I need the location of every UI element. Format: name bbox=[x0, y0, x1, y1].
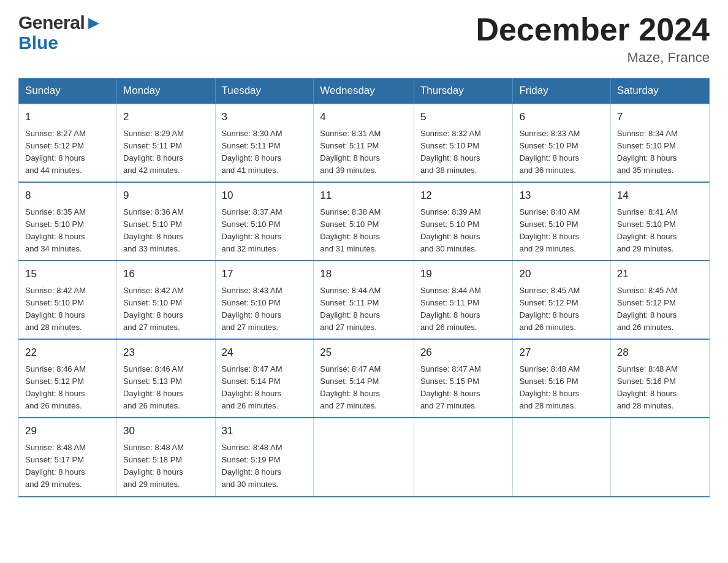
day-info: Sunrise: 8:31 AMSunset: 5:11 PMDaylight:… bbox=[320, 129, 381, 175]
day-number: 27 bbox=[519, 345, 604, 361]
day-number: 29 bbox=[25, 423, 110, 439]
day-info: Sunrise: 8:48 AMSunset: 5:16 PMDaylight:… bbox=[519, 364, 580, 410]
day-info: Sunrise: 8:29 AMSunset: 5:11 PMDaylight:… bbox=[123, 129, 184, 175]
day-number: 10 bbox=[222, 188, 308, 204]
calendar-cell: 18Sunrise: 8:44 AMSunset: 5:11 PMDayligh… bbox=[314, 261, 414, 339]
day-info: Sunrise: 8:41 AMSunset: 5:10 PMDaylight:… bbox=[617, 207, 678, 253]
day-number: 9 bbox=[123, 188, 208, 204]
logo: General► Blue bbox=[18, 12, 102, 53]
day-number: 13 bbox=[519, 188, 604, 204]
col-tuesday: Tuesday bbox=[215, 79, 314, 104]
day-number: 20 bbox=[519, 266, 604, 282]
calendar-cell: 14Sunrise: 8:41 AMSunset: 5:10 PMDayligh… bbox=[610, 182, 709, 261]
day-number: 17 bbox=[222, 266, 308, 282]
col-sunday: Sunday bbox=[19, 79, 117, 104]
logo-blue-text: Blue bbox=[18, 33, 58, 53]
calendar-cell: 31Sunrise: 8:48 AMSunset: 5:19 PMDayligh… bbox=[215, 418, 314, 496]
calendar-cell bbox=[314, 418, 414, 496]
day-number: 5 bbox=[420, 109, 507, 125]
day-number: 4 bbox=[320, 109, 408, 125]
calendar-cell: 2Sunrise: 8:29 AMSunset: 5:11 PMDaylight… bbox=[117, 104, 215, 182]
day-info: Sunrise: 8:48 AMSunset: 5:18 PMDaylight:… bbox=[123, 443, 184, 489]
day-info: Sunrise: 8:27 AMSunset: 5:12 PMDaylight:… bbox=[25, 129, 86, 175]
day-info: Sunrise: 8:37 AMSunset: 5:10 PMDaylight:… bbox=[222, 207, 282, 253]
day-number: 3 bbox=[222, 109, 308, 125]
day-number: 11 bbox=[320, 188, 408, 204]
calendar-cell: 16Sunrise: 8:42 AMSunset: 5:10 PMDayligh… bbox=[117, 261, 215, 339]
day-info: Sunrise: 8:42 AMSunset: 5:10 PMDaylight:… bbox=[25, 286, 86, 332]
day-info: Sunrise: 8:44 AMSunset: 5:11 PMDaylight:… bbox=[420, 286, 481, 332]
day-info: Sunrise: 8:39 AMSunset: 5:10 PMDaylight:… bbox=[420, 207, 481, 253]
day-number: 21 bbox=[617, 266, 703, 282]
day-info: Sunrise: 8:35 AMSunset: 5:10 PMDaylight:… bbox=[25, 207, 86, 253]
day-info: Sunrise: 8:43 AMSunset: 5:10 PMDaylight:… bbox=[222, 286, 282, 332]
day-number: 24 bbox=[222, 345, 308, 361]
col-wednesday: Wednesday bbox=[314, 79, 414, 104]
calendar-cell: 6Sunrise: 8:33 AMSunset: 5:10 PMDaylight… bbox=[513, 104, 610, 182]
day-info: Sunrise: 8:32 AMSunset: 5:10 PMDaylight:… bbox=[420, 129, 481, 175]
calendar-week-2: 8Sunrise: 8:35 AMSunset: 5:10 PMDaylight… bbox=[19, 182, 710, 261]
day-info: Sunrise: 8:46 AMSunset: 5:12 PMDaylight:… bbox=[25, 364, 86, 410]
calendar-week-4: 22Sunrise: 8:46 AMSunset: 5:12 PMDayligh… bbox=[19, 339, 710, 418]
day-number: 18 bbox=[320, 266, 408, 282]
day-info: Sunrise: 8:42 AMSunset: 5:10 PMDaylight:… bbox=[123, 286, 184, 332]
calendar-cell: 7Sunrise: 8:34 AMSunset: 5:10 PMDaylight… bbox=[610, 104, 709, 182]
day-number: 26 bbox=[420, 345, 507, 361]
day-number: 2 bbox=[123, 109, 208, 125]
day-number: 1 bbox=[25, 109, 110, 125]
main-title: December 2024 bbox=[476, 12, 710, 47]
calendar-cell: 22Sunrise: 8:46 AMSunset: 5:12 PMDayligh… bbox=[19, 339, 117, 418]
calendar-cell: 13Sunrise: 8:40 AMSunset: 5:10 PMDayligh… bbox=[513, 182, 610, 261]
calendar-cell: 3Sunrise: 8:30 AMSunset: 5:11 PMDaylight… bbox=[215, 104, 314, 182]
calendar-cell: 23Sunrise: 8:46 AMSunset: 5:13 PMDayligh… bbox=[117, 339, 215, 418]
calendar-cell: 1Sunrise: 8:27 AMSunset: 5:12 PMDaylight… bbox=[19, 104, 117, 182]
day-number: 14 bbox=[617, 188, 703, 204]
day-number: 23 bbox=[123, 345, 208, 361]
day-number: 22 bbox=[25, 345, 110, 361]
calendar-cell: 21Sunrise: 8:45 AMSunset: 5:12 PMDayligh… bbox=[610, 261, 709, 339]
logo-line1: General► bbox=[18, 12, 102, 33]
calendar-cell: 11Sunrise: 8:38 AMSunset: 5:10 PMDayligh… bbox=[314, 182, 414, 261]
col-monday: Monday bbox=[117, 79, 215, 104]
calendar-cell bbox=[610, 418, 709, 496]
calendar-cell: 15Sunrise: 8:42 AMSunset: 5:10 PMDayligh… bbox=[19, 261, 117, 339]
col-thursday: Thursday bbox=[414, 79, 513, 104]
calendar-cell: 25Sunrise: 8:47 AMSunset: 5:14 PMDayligh… bbox=[314, 339, 414, 418]
day-number: 6 bbox=[519, 109, 604, 125]
calendar-cell: 9Sunrise: 8:36 AMSunset: 5:10 PMDaylight… bbox=[117, 182, 215, 261]
calendar-week-3: 15Sunrise: 8:42 AMSunset: 5:10 PMDayligh… bbox=[19, 261, 710, 339]
day-info: Sunrise: 8:34 AMSunset: 5:10 PMDaylight:… bbox=[617, 129, 678, 175]
calendar-cell bbox=[513, 418, 610, 496]
calendar-cell: 8Sunrise: 8:35 AMSunset: 5:10 PMDaylight… bbox=[19, 182, 117, 261]
day-info: Sunrise: 8:36 AMSunset: 5:10 PMDaylight:… bbox=[123, 207, 184, 253]
subtitle: Maze, France bbox=[476, 50, 710, 66]
calendar-cell: 29Sunrise: 8:48 AMSunset: 5:17 PMDayligh… bbox=[19, 418, 117, 496]
calendar-cell: 17Sunrise: 8:43 AMSunset: 5:10 PMDayligh… bbox=[215, 261, 314, 339]
calendar-cell: 24Sunrise: 8:47 AMSunset: 5:14 PMDayligh… bbox=[215, 339, 314, 418]
day-number: 12 bbox=[420, 188, 507, 204]
calendar-cell bbox=[414, 418, 513, 496]
day-info: Sunrise: 8:48 AMSunset: 5:19 PMDaylight:… bbox=[222, 443, 282, 489]
day-info: Sunrise: 8:30 AMSunset: 5:11 PMDaylight:… bbox=[222, 129, 282, 175]
calendar-cell: 27Sunrise: 8:48 AMSunset: 5:16 PMDayligh… bbox=[513, 339, 610, 418]
calendar-cell: 30Sunrise: 8:48 AMSunset: 5:18 PMDayligh… bbox=[117, 418, 215, 496]
logo-line2: Blue bbox=[18, 33, 102, 53]
day-info: Sunrise: 8:44 AMSunset: 5:11 PMDaylight:… bbox=[320, 286, 381, 332]
calendar-cell: 12Sunrise: 8:39 AMSunset: 5:10 PMDayligh… bbox=[414, 182, 513, 261]
calendar-week-1: 1Sunrise: 8:27 AMSunset: 5:12 PMDaylight… bbox=[19, 104, 710, 182]
day-number: 16 bbox=[123, 266, 208, 282]
calendar-cell: 26Sunrise: 8:47 AMSunset: 5:15 PMDayligh… bbox=[414, 339, 513, 418]
day-info: Sunrise: 8:45 AMSunset: 5:12 PMDaylight:… bbox=[519, 286, 580, 332]
day-info: Sunrise: 8:40 AMSunset: 5:10 PMDaylight:… bbox=[519, 207, 580, 253]
calendar-table: Sunday Monday Tuesday Wednesday Thursday… bbox=[18, 78, 710, 497]
day-number: 19 bbox=[420, 266, 507, 282]
day-number: 25 bbox=[320, 345, 408, 361]
calendar-week-5: 29Sunrise: 8:48 AMSunset: 5:17 PMDayligh… bbox=[19, 418, 710, 496]
day-info: Sunrise: 8:33 AMSunset: 5:10 PMDaylight:… bbox=[519, 129, 580, 175]
col-saturday: Saturday bbox=[610, 79, 709, 104]
day-number: 15 bbox=[25, 266, 110, 282]
page-header: General► Blue December 2024 Maze, France bbox=[18, 12, 710, 66]
calendar-header-row: Sunday Monday Tuesday Wednesday Thursday… bbox=[19, 79, 710, 104]
day-info: Sunrise: 8:47 AMSunset: 5:15 PMDaylight:… bbox=[420, 364, 481, 410]
calendar-cell: 10Sunrise: 8:37 AMSunset: 5:10 PMDayligh… bbox=[215, 182, 314, 261]
